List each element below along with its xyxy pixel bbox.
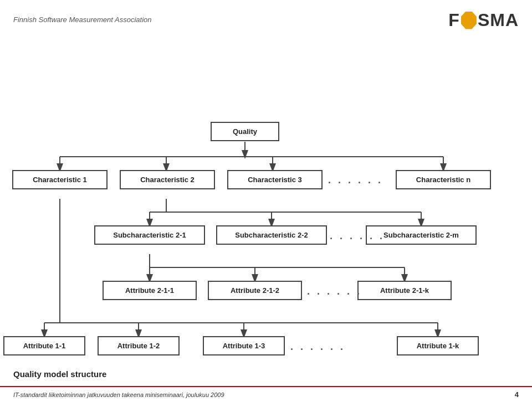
attr212-box: Attribute 2-1-2 xyxy=(208,281,302,300)
charn-box: Characteristic n xyxy=(396,170,491,189)
attr21k-box: Attribute 2-1-k xyxy=(357,281,452,300)
header: Finnish Software Measurement Association… xyxy=(0,0,532,30)
caption: Quality model structure xyxy=(13,369,106,379)
logo: FSMA xyxy=(448,10,519,30)
logo-icon xyxy=(461,12,477,29)
attr11-box: Attribute 1-1 xyxy=(3,336,85,355)
dots-char: · · · · · · xyxy=(328,177,383,189)
char3-box: Characteristic 3 xyxy=(227,170,323,189)
footer: IT-standardit liiketoiminnan jatkuvuuden… xyxy=(0,386,532,402)
char2-box: Characteristic 2 xyxy=(120,170,215,189)
dots-attr1: · · · · · · xyxy=(290,344,345,355)
quality-box: Quality xyxy=(211,122,279,141)
dots-subchar: · · · · · · xyxy=(330,233,385,245)
attr13-box: Attribute 1-3 xyxy=(203,336,285,355)
logo-sma: SMA xyxy=(478,10,519,30)
attr12-box: Attribute 1-2 xyxy=(98,336,180,355)
org-name: Finnish Software Measurement Association xyxy=(13,10,152,24)
attr1k-box: Attribute 1-k xyxy=(397,336,479,355)
footer-text: IT-standardit liiketoiminnan jatkuvuuden… xyxy=(13,391,224,398)
logo-fi: F xyxy=(448,10,460,30)
diagram-lines xyxy=(0,36,532,357)
diagram: Quality Characteristic 1 Characteristic … xyxy=(0,36,532,357)
subchar21-box: Subcharacteristic 2-1 xyxy=(94,225,205,245)
attr211-box: Attribute 2-1-1 xyxy=(103,281,197,300)
subchar22-box: Subcharacteristic 2-2 xyxy=(216,225,327,245)
char1-box: Characteristic 1 xyxy=(12,170,108,189)
dots-attr21: · · · · · · xyxy=(307,288,362,300)
footer-page: 4 xyxy=(515,390,519,399)
